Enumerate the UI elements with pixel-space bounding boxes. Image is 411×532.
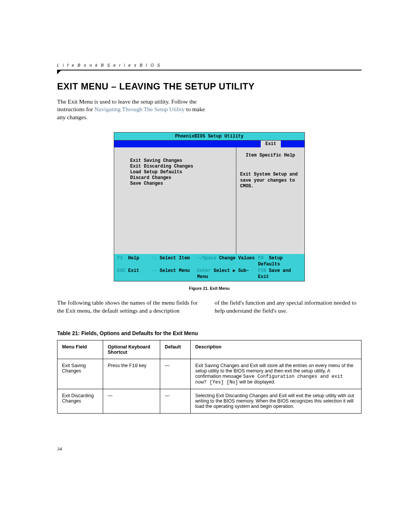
bios-menu-item: Save Changes — [130, 181, 236, 187]
bios-title: PhoenixBIOS Setup Utility — [114, 133, 304, 141]
key-desc: Help — [128, 256, 139, 261]
body-col-left: The following table shows the names of t… — [57, 299, 204, 315]
key-desc: Change Values — [219, 256, 255, 261]
key-label: F10 — [258, 268, 266, 273]
key-label: ↑↓ — [151, 256, 157, 261]
cell-text: will be displayed. — [238, 379, 276, 385]
cell-desc: Selecting Exit Discarding Changes and Ex… — [191, 389, 362, 413]
key-label: F1 — [117, 256, 123, 261]
bios-help-text: Exit System Setup and save your changes … — [240, 172, 301, 190]
rule-tab-icon — [57, 70, 61, 74]
intro-paragraph: The Exit Menu is used to leave the setup… — [57, 98, 209, 122]
key-label: -/Space — [197, 256, 216, 261]
cell-shortcut: Press the F10 key — [103, 359, 160, 389]
bios-help-title: Item Specific Help — [240, 153, 301, 158]
bios-tabbar: Exit — [114, 141, 304, 147]
cell-text: Selecting Exit Discarding Changes and Ex… — [195, 393, 354, 409]
bios-menu-list: Exit Saving Changes Exit Discarding Chan… — [114, 147, 236, 254]
key-label: F9 — [258, 256, 263, 261]
key-desc: Select Item — [160, 256, 190, 261]
cell-code: F10 — [129, 363, 138, 369]
section-title: EXIT MENU – LEAVING THE SETUP UTILITY — [57, 81, 362, 92]
body-col-right: of the field's function and any special … — [215, 299, 362, 315]
cell-shortcut: — — [103, 389, 160, 413]
table-row: Exit Saving Changes Press the F10 key — … — [57, 359, 362, 389]
cell-menu: Exit Discarding Changes — [57, 389, 103, 413]
bios-menu-item: Load Setup Defaults — [130, 169, 236, 175]
key-label: Enter — [197, 268, 211, 273]
key-label: ←→ — [151, 268, 157, 273]
body-columns: The following table shows the names of t… — [57, 299, 362, 315]
fields-table: Menu Field Optional Keyboard Shortcut De… — [57, 340, 362, 414]
page-number: 34 — [57, 446, 62, 452]
table-row: Exit Discarding Changes — — Selecting Ex… — [57, 389, 362, 413]
table-header-row: Menu Field Optional Keyboard Shortcut De… — [57, 340, 362, 359]
header-rule — [57, 70, 362, 70]
th-menu: Menu Field — [57, 340, 103, 359]
cell-menu: Exit Saving Changes — [57, 359, 103, 389]
bios-help-panel: Item Specific Help Exit System Setup and… — [236, 147, 304, 254]
figure-caption: Figure 21. Exit Menu — [57, 286, 362, 291]
cell-desc: Exit Saving Changes and Exit will store … — [191, 359, 362, 389]
th-default: Default — [160, 340, 191, 359]
bios-footer: F1 Help ↑↓ Select Item -/Space Change Va… — [114, 254, 304, 281]
key-desc: Select Menu — [160, 268, 190, 273]
bios-menu-item: Exit Saving Changes — [130, 158, 236, 164]
cell-text: key — [138, 363, 147, 368]
cell-text: Press the — [108, 363, 129, 368]
cell-default: — — [160, 389, 191, 413]
bios-menu-item: Exit Discarding Changes — [130, 164, 236, 169]
th-shortcut: Optional Keyboard Shortcut — [103, 340, 160, 359]
cell-text: — — [108, 393, 113, 398]
running-head: L i f e B o o k B S e r i e s B I O S — [57, 63, 362, 67]
table-title: Table 21: Fields, Options and Defaults f… — [57, 330, 362, 336]
th-desc: Description — [191, 340, 362, 359]
cell-default: — — [160, 359, 191, 389]
bios-tab-exit: Exit — [261, 141, 281, 147]
bios-menu-item: Discard Changes — [130, 175, 236, 181]
key-desc: Exit — [128, 268, 139, 273]
bios-screenshot: PhoenixBIOS Setup Utility Exit Exit Savi… — [114, 132, 305, 281]
intro-link[interactable]: Navigating Through The Setup Utility — [94, 106, 185, 112]
key-label: ESC — [117, 268, 126, 273]
